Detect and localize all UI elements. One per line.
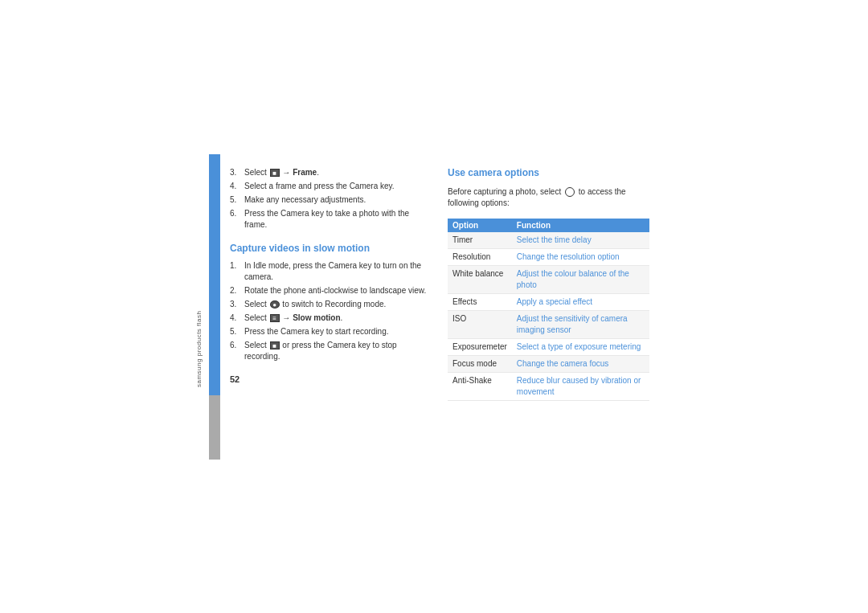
frame-icon: ■ — [270, 169, 280, 177]
slow-step-2: 2. Rotate the phone anti-clockwise to la… — [230, 285, 432, 296]
option-name: Exposuremeter — [448, 338, 512, 355]
stop-icon: ■ — [270, 341, 280, 349]
camera-options-title: Use camera options — [448, 167, 649, 178]
content-area: samsung products flash 3. Select ■ → Fra… — [209, 154, 659, 460]
main-content: 3. Select ■ → Frame. 4. Select a frame a… — [220, 154, 659, 460]
slow-step-5: 5. Press the Camera key to start recordi… — [230, 326, 432, 337]
option-name: ISO — [448, 310, 512, 338]
option-function: Apply a special effect — [512, 293, 649, 310]
record-mode-icon: ● — [270, 300, 280, 309]
options-table-body: TimerSelect the time delayResolutionChan… — [448, 232, 649, 401]
option-col-header: Option — [448, 219, 512, 232]
option-function: Adjust the sensitivity of camera imaging… — [512, 310, 649, 338]
option-function: Select a type of exposure metering — [512, 338, 649, 355]
table-row: ISOAdjust the sensitivity of camera imag… — [448, 310, 649, 338]
option-name: Timer — [448, 232, 512, 249]
slow-step-1: 1. In Idle mode, press the Camera key to… — [230, 260, 432, 283]
table-row: ResolutionChange the resolution option — [448, 248, 649, 265]
option-function: Adjust the colour balance of the photo — [512, 265, 649, 293]
option-function: Select the time delay — [512, 232, 649, 249]
option-function: Change the camera focus — [512, 355, 649, 372]
page-number: 52 — [230, 374, 432, 384]
intro-step-6: 6. Press the Camera key to take a photo … — [230, 208, 432, 231]
intro-step-3: 3. Select ■ → Frame. — [230, 167, 432, 178]
table-row: White balanceAdjust the colour balance o… — [448, 265, 649, 293]
options-table-header: Option Function — [448, 219, 649, 232]
page-container: samsung products flash 3. Select ■ → Fra… — [0, 0, 868, 613]
intro-step-list: 3. Select ■ → Frame. 4. Select a frame a… — [230, 167, 432, 231]
option-function: Reduce blur caused by vibration or movem… — [512, 372, 649, 400]
intro-step-4: 4. Select a frame and press the Camera k… — [230, 181, 432, 192]
option-name: Effects — [448, 293, 512, 310]
table-row: TimerSelect the time delay — [448, 232, 649, 249]
options-table: Option Function TimerSelect the time del… — [448, 219, 649, 401]
slow-motion-step-list: 1. In Idle mode, press the Camera key to… — [230, 260, 432, 365]
table-row: ExposuremeterSelect a type of exposure m… — [448, 338, 649, 355]
option-function: Change the resolution option — [512, 248, 649, 265]
option-name: Anti-Shake — [448, 372, 512, 400]
left-column: 3. Select ■ → Frame. 4. Select a frame a… — [230, 167, 432, 447]
option-name: Resolution — [448, 248, 512, 265]
sidebar-top-blue — [209, 154, 220, 395]
gear-icon — [565, 187, 575, 197]
sidebar-bottom-gray — [209, 395, 220, 460]
intro-steps: 3. Select ■ → Frame. 4. Select a frame a… — [230, 167, 432, 233]
slow-step-4: 4. Select ≡ → Slow motion. — [230, 313, 432, 324]
options-intro: Before capturing a photo, select to acce… — [448, 186, 649, 209]
table-row: EffectsApply a special effect — [448, 293, 649, 310]
option-name: White balance — [448, 265, 512, 293]
function-col-header: Function — [512, 219, 649, 232]
menu-icon: ≡ — [270, 314, 280, 322]
option-name: Focus mode — [448, 355, 512, 372]
sidebar-label: samsung products flash — [195, 310, 203, 387]
sidebar-strip: samsung products flash — [209, 154, 220, 460]
slow-step-3: 3. Select ● to switch to Recording mode. — [230, 299, 432, 310]
intro-step-5: 5. Make any necessary adjustments. — [230, 194, 432, 206]
table-row: Focus modeChange the camera focus — [448, 355, 649, 372]
table-row: Anti-ShakeReduce blur caused by vibratio… — [448, 372, 649, 400]
slow-motion-title: Capture videos in slow motion — [230, 243, 432, 254]
right-column: Use camera options Before capturing a ph… — [448, 167, 649, 447]
slow-step-6: 6. Select ■ or press the Camera key to s… — [230, 340, 432, 362]
